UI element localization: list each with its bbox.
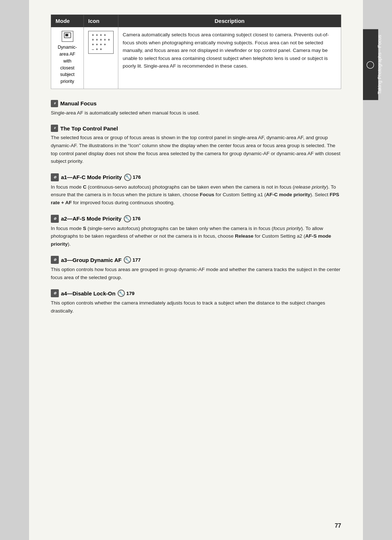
a3-body: This option controls how focus areas are…	[51, 266, 341, 281]
manual-focus-section: ᵍ Manual Focus Single-area AF is automat…	[51, 100, 341, 117]
a1-title: a1—AF-C Mode Priority	[61, 174, 122, 180]
a4-heading: ⚙ a4—Disable Lock-On 🔧 179	[51, 289, 341, 297]
note-icon-2: ᵍ	[51, 125, 58, 132]
manual-focus-body: Single-area AF is automatically selected…	[51, 109, 341, 117]
a4-title: a4—Disable Lock-On	[61, 290, 115, 297]
a2-section: ⚙ a2—AF-S Mode Priority 🔧 176 In focus m…	[51, 215, 341, 248]
a3-icon: ⚙	[51, 256, 59, 264]
top-control-panel-heading: ᵍ The Top Control Panel	[51, 125, 341, 132]
dynamic-af-icon	[64, 32, 71, 38]
table-header-description: Description	[118, 15, 341, 27]
mode-label: Dynamic-area AFwithclosestsubjectpriorit…	[56, 44, 79, 85]
a3-section: ⚙ a3—Group Dynamic AF 🔧 177 This option …	[51, 256, 341, 281]
a2-heading: ⚙ a2—AF-S Mode Priority 🔧 176	[51, 215, 341, 223]
top-control-panel-title: The Top Control Panel	[60, 125, 118, 132]
top-control-panel-body: The selected focus area or group of focu…	[51, 134, 341, 165]
a3-title: a3—Group Dynamic AF	[61, 257, 122, 263]
top-control-panel-section: ᵍ The Top Control Panel The selected foc…	[51, 125, 341, 165]
a2-focus-priority: focus priority	[273, 226, 301, 231]
a4-ref-num: 179	[126, 291, 135, 296]
a3-heading: ⚙ a3—Group Dynamic AF 🔧 177	[51, 256, 341, 264]
a2-ref-num: 176	[132, 216, 141, 221]
a1-afc-priority: AF-C mode priority	[266, 192, 310, 197]
a1-icon: ⚙	[51, 173, 59, 181]
a1-mode-c: C	[83, 184, 87, 190]
a2-release-label: Release	[235, 233, 253, 239]
ref-icon-a2: 🔧	[124, 215, 131, 222]
a4-body: This option controls whether the camera …	[51, 299, 341, 315]
focus-mode-table: Mode Icon Description Dynamic-area AFwit…	[51, 15, 341, 89]
manual-focus-heading: ᵍ Manual Focus	[51, 100, 341, 107]
a4-icon: ⚙	[51, 289, 59, 297]
note-icon: ᵍ	[51, 100, 58, 107]
a3-ref: 🔧 177	[124, 256, 141, 263]
a4-ref: 🔧 179	[118, 290, 135, 297]
a4-section: ⚙ a4—Disable Lock-On 🔧 179 This option c…	[51, 289, 341, 315]
a2-afs-priority: AF-S mode priority	[51, 233, 331, 247]
a2-icon: ⚙	[51, 215, 59, 223]
table-header-mode: Mode	[51, 15, 84, 27]
side-tab: ◯ Taking Photographs—Focus	[363, 29, 378, 100]
mode-cell: Dynamic-area AFwithclosestsubjectpriorit…	[51, 27, 84, 89]
a1-ref: 🔧 176	[124, 174, 141, 181]
a2-title: a2—AF-S Mode Priority	[61, 215, 122, 222]
dot-grid-icon: ++++ +++++ ++++ —++	[88, 31, 114, 54]
table-header-icon: Icon	[84, 15, 118, 27]
a2-body: In focus mode S (single-servo autofocus)…	[51, 225, 341, 248]
description-cell: Camera automatically selects focus area …	[118, 27, 341, 89]
page-content: ◯ Taking Photographs—Focus Mode Icon Des…	[29, 0, 363, 540]
icon-cell: ++++ +++++ ++++ —++	[84, 27, 118, 89]
a3-ref-num: 177	[132, 257, 141, 263]
page-number: 77	[335, 523, 341, 529]
svg-rect-1	[65, 34, 68, 36]
a1-section: ⚙ a1—AF-C Mode Priority 🔧 176 In focus m…	[51, 173, 341, 207]
a2-ref: 🔧 176	[124, 215, 141, 222]
table-row: Dynamic-area AFwithclosestsubjectpriorit…	[51, 27, 341, 89]
a1-focus-label: Focus	[200, 192, 214, 197]
ref-icon-a4: 🔧	[118, 290, 125, 297]
side-tab-label: Taking Photographs—Focus	[377, 35, 382, 94]
manual-focus-title: Manual Focus	[60, 100, 97, 106]
mode-icon-box	[62, 31, 73, 42]
a2-mode-s: S	[83, 226, 86, 231]
ref-icon-a3: 🔧	[124, 256, 131, 263]
a1-heading: ⚙ a1—AF-C Mode Priority 🔧 176	[51, 173, 341, 181]
a1-release-priority: release priority	[294, 184, 327, 190]
a1-body: In focus mode C (continuous-servo autofo…	[51, 183, 341, 207]
a1-ref-num: 176	[133, 174, 141, 180]
camera-circle-icon: ◯	[366, 60, 375, 69]
ref-icon-a1: 🔧	[124, 174, 131, 181]
description-text: Camera automatically selects focus area …	[123, 32, 329, 69]
